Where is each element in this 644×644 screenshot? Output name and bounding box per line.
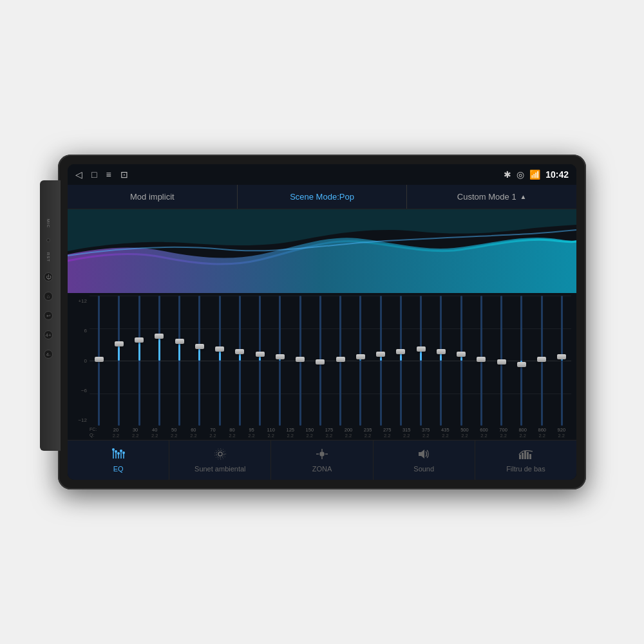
slider-thumb-200hz[interactable]	[336, 357, 345, 362]
freq-label-60hz: 60	[184, 427, 203, 433]
slider-track-150hz[interactable]	[299, 296, 301, 426]
freq-label-row: FC: 203040506070809511012515017520023527…	[73, 427, 571, 433]
mode-custom[interactable]: Custom Mode 1 ▲	[407, 185, 576, 209]
slider-thumb-20hz[interactable]	[95, 357, 104, 362]
slider-thumb-920hz[interactable]	[557, 354, 566, 359]
slider-fill-50hz	[158, 337, 160, 361]
slider-thumb-80hz[interactable]	[215, 346, 224, 352]
slider-thumb-860hz[interactable]	[537, 357, 546, 362]
mode-scene[interactable]: Scene Mode:Pop	[238, 185, 408, 209]
slider-track-70hz[interactable]	[198, 296, 200, 426]
slider-track-235hz[interactable]	[359, 296, 361, 426]
tab-sound[interactable]: Sound	[374, 440, 475, 480]
freq-label-30hz: 30	[126, 427, 145, 433]
slider-fill-60hz	[178, 343, 180, 361]
slider-track-700hz[interactable]	[500, 296, 502, 426]
tab-zona[interactable]: ZONA	[271, 440, 373, 480]
screenshot-icon[interactable]: ⊡	[120, 169, 128, 180]
slider-track-20hz[interactable]	[98, 296, 100, 426]
zona-icon	[315, 448, 329, 463]
slider-thumb-500hz[interactable]	[457, 352, 466, 357]
freq-label-315hz: 315	[397, 427, 416, 433]
slider-thumb-800hz[interactable]	[517, 362, 526, 367]
slider-thumb-235hz[interactable]	[356, 354, 365, 359]
device-body: ◁ □ ≡ ⊡ ✱ ◎ 📶 10:42 Mod implicit	[58, 155, 586, 489]
side-controls: MIC RST ⏻ ⌂ ↩ 4+ 4-	[44, 219, 53, 359]
slider-track-920hz[interactable]	[561, 296, 563, 426]
vol-minus-button[interactable]: 4-	[44, 350, 53, 359]
svg-point-15	[320, 452, 324, 456]
svg-rect-21	[519, 455, 521, 459]
svg-point-11	[218, 452, 222, 456]
slider-thumb-275hz[interactable]	[376, 352, 385, 357]
slider-fill-30hz	[118, 345, 120, 361]
tab-eq[interactable]: EQ	[68, 440, 169, 480]
ambient-icon	[213, 448, 227, 463]
home-icon[interactable]: □	[91, 169, 97, 180]
mode-bar: Mod implicit Scene Mode:Pop Custom Mode …	[68, 185, 576, 209]
slider-thumb-70hz[interactable]	[195, 344, 204, 349]
slider-track-800hz[interactable]	[520, 296, 522, 426]
q-value-275hz: 2.2	[377, 433, 397, 439]
slider-track-175hz[interactable]	[319, 296, 321, 426]
power-button[interactable]: ⏻	[44, 272, 53, 281]
slider-track-500hz[interactable]	[460, 296, 462, 426]
slider-col-80hz	[211, 296, 229, 426]
slider-fill-80hz	[219, 350, 221, 361]
slider-track-95hz[interactable]	[239, 296, 241, 426]
slider-track-315hz[interactable]	[400, 296, 402, 426]
slider-col-150hz	[291, 296, 310, 426]
back-icon[interactable]: ◁	[75, 169, 82, 180]
slider-col-175hz	[311, 296, 330, 426]
slider-thumb-150hz[interactable]	[296, 357, 305, 362]
slider-thumb-600hz[interactable]	[477, 357, 486, 362]
slider-thumb-125hz[interactable]	[276, 354, 285, 359]
q-value-800hz: 2.2	[513, 433, 533, 439]
svg-point-10	[122, 451, 125, 454]
home-side-button[interactable]: ⌂	[44, 292, 53, 301]
q-value-80hz: 2.2	[222, 433, 242, 439]
slider-track-50hz[interactable]	[158, 296, 160, 426]
slider-track-30hz[interactable]	[118, 296, 120, 426]
db-scale: +12 6 0 −6 −12	[73, 296, 90, 426]
slider-thumb-175hz[interactable]	[316, 359, 325, 365]
slider-fill-375hz	[420, 350, 422, 361]
slider-thumb-315hz[interactable]	[396, 349, 405, 354]
slider-col-920hz	[553, 296, 571, 426]
slider-track-860hz[interactable]	[541, 296, 543, 426]
svg-marker-20	[419, 450, 424, 459]
slider-track-125hz[interactable]	[279, 296, 281, 426]
slider-track-435hz[interactable]	[440, 296, 442, 426]
slider-thumb-50hz[interactable]	[155, 334, 164, 339]
vol-plus-button[interactable]: 4+	[44, 330, 53, 339]
slider-track-110hz[interactable]	[259, 296, 261, 426]
slider-track-40hz[interactable]	[138, 296, 140, 426]
freq-label-600hz: 600	[474, 427, 493, 433]
side-button-1[interactable]	[46, 238, 50, 242]
slider-thumb-375hz[interactable]	[417, 346, 426, 352]
slider-thumb-30hz[interactable]	[115, 341, 124, 346]
slider-thumb-40hz[interactable]	[135, 337, 144, 343]
svg-rect-25	[529, 454, 531, 459]
slider-track-60hz[interactable]	[178, 296, 180, 426]
back-side-button[interactable]: ↩	[44, 311, 53, 320]
slider-track-375hz[interactable]	[420, 296, 422, 426]
nav-icons: ◁ □ ≡ ⊡	[75, 169, 128, 180]
slider-track-200hz[interactable]	[339, 296, 341, 426]
slider-thumb-700hz[interactable]	[497, 359, 506, 365]
tab-ambient[interactable]: Sunet ambiental	[169, 440, 271, 480]
freq-label-70hz: 70	[203, 427, 222, 433]
q-value-70hz: 2.2	[203, 433, 222, 439]
slider-thumb-435hz[interactable]	[437, 349, 446, 354]
slider-thumb-60hz[interactable]	[175, 339, 184, 344]
status-icons: ✱ ◎ 📶 10:42	[504, 169, 569, 180]
tab-bass[interactable]: Filtru de bas	[475, 440, 576, 480]
slider-thumb-110hz[interactable]	[256, 352, 265, 357]
menu-icon[interactable]: ≡	[106, 169, 111, 180]
slider-track-80hz[interactable]	[219, 296, 221, 426]
svg-point-12	[216, 450, 224, 458]
mode-implicit[interactable]: Mod implicit	[68, 185, 238, 209]
slider-track-600hz[interactable]	[480, 296, 482, 426]
slider-track-275hz[interactable]	[380, 296, 382, 426]
slider-thumb-95hz[interactable]	[235, 349, 244, 354]
